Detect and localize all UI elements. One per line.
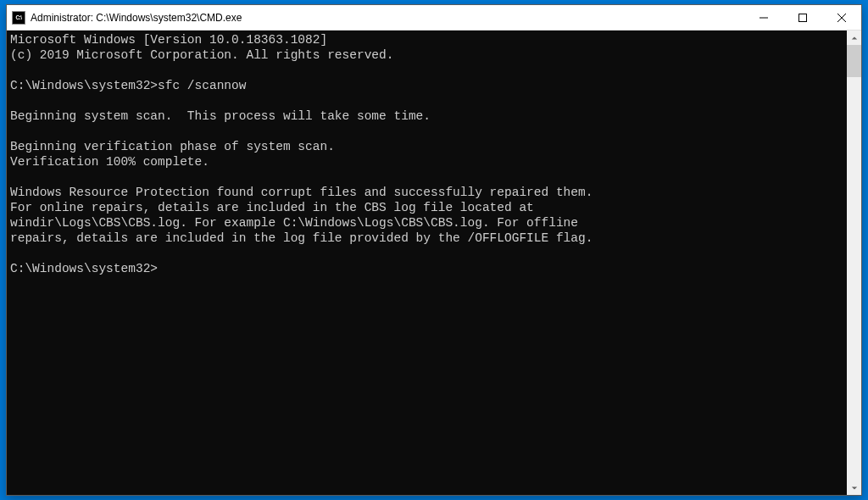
vertical-scrollbar[interactable] <box>847 31 861 495</box>
scroll-up-button[interactable] <box>847 31 861 45</box>
cmd-icon: C:\ <box>12 11 25 25</box>
svg-rect-1 <box>799 14 807 21</box>
chevron-up-icon <box>851 35 858 42</box>
terminal-output[interactable]: Microsoft Windows [Version 10.0.18363.10… <box>7 31 847 495</box>
close-icon <box>837 14 846 22</box>
maximize-button[interactable] <box>783 5 822 30</box>
minimize-button[interactable] <box>744 5 783 30</box>
minimize-icon <box>760 14 768 22</box>
maximize-icon <box>798 14 807 22</box>
cmd-window: C:\ Administrator: C:\Windows\system32\C… <box>6 4 862 496</box>
window-title: Administrator: C:\Windows\system32\CMD.e… <box>31 12 744 24</box>
scroll-thumb[interactable] <box>847 45 861 77</box>
terminal-area: Microsoft Windows [Version 10.0.18363.10… <box>7 31 861 495</box>
titlebar[interactable]: C:\ Administrator: C:\Windows\system32\C… <box>7 5 861 31</box>
close-button[interactable] <box>822 5 861 30</box>
titlebar-controls <box>744 5 861 30</box>
scroll-down-button[interactable] <box>847 481 861 495</box>
chevron-down-icon <box>851 485 858 492</box>
